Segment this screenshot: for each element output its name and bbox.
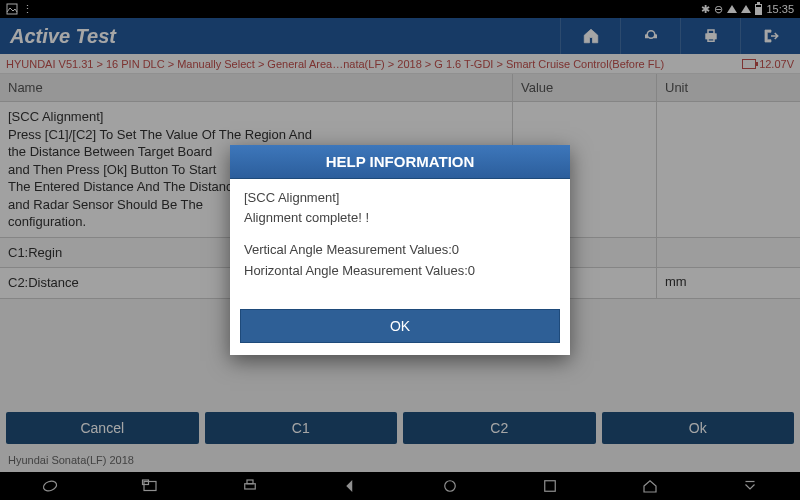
dialog-line: [SCC Alignment] <box>244 189 556 207</box>
dialog-line: Vertical Angle Measurement Values:0 <box>244 241 556 259</box>
dialog-line: Horizontal Angle Measurement Values:0 <box>244 262 556 280</box>
help-dialog: HELP INFORMATION [SCC Alignment] Alignme… <box>230 145 570 355</box>
dialog-title: HELP INFORMATION <box>230 145 570 179</box>
dialog-line: Alignment complete! ! <box>244 209 556 227</box>
dialog-ok-button[interactable]: OK <box>240 309 560 343</box>
dialog-body: [SCC Alignment] Alignment complete! ! Ve… <box>230 179 570 309</box>
